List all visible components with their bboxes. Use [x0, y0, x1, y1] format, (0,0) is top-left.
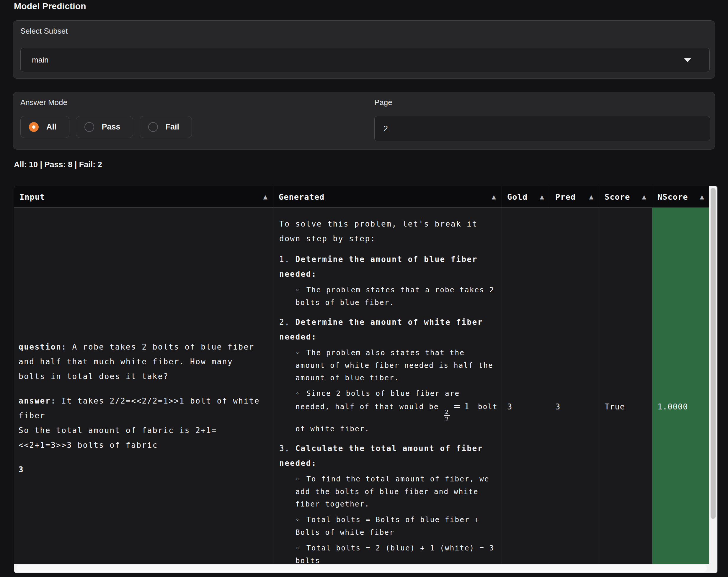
prediction-table: Input ▲ Generated ▲ Gold ▲ Pred ▲ Score … — [14, 186, 718, 573]
bullet-item: ◦Total bolts = 2 (blue) + 1 (white) = 3 … — [295, 542, 498, 564]
radio-option-fail-label: Fail — [165, 122, 180, 132]
header-score[interactable]: Score ▲ — [599, 186, 652, 208]
question-text: question: A robe takes 2 bolts of blue f… — [19, 339, 264, 384]
generated-step-2: 2. Determine the amount of white fiber n… — [279, 315, 498, 435]
sort-asc-icon: ▲ — [642, 193, 647, 200]
sort-asc-icon: ▲ — [540, 193, 544, 200]
header-pred[interactable]: Pred ▲ — [550, 186, 599, 208]
header-input[interactable]: Input ▲ — [14, 186, 274, 208]
page-number-input[interactable]: 2 — [374, 116, 710, 141]
pred-cell: 3 — [550, 208, 599, 564]
bullet-item: ◦Total bolts = Bolts of blue fiber + Bol… — [295, 514, 498, 539]
sort-asc-icon: ▲ — [700, 193, 704, 200]
bullet-item: ◦To find the total amount of fiber, we a… — [295, 473, 498, 510]
math-fraction: 22 — [444, 409, 450, 423]
subset-dropdown[interactable]: main — [20, 48, 710, 72]
circle-bullet-icon: ◦ — [295, 347, 302, 359]
radio-option-fail[interactable]: Fail — [140, 116, 192, 138]
bullet-item: ◦The problem states that a robe takes 2 … — [295, 284, 498, 309]
circle-bullet-icon: ◦ — [295, 284, 302, 297]
circle-bullet-icon: ◦ — [295, 514, 302, 526]
answer-mode-label: Answer Mode — [20, 98, 67, 107]
controls-panel: Answer Mode All Pass Fail Page 2 — [13, 92, 715, 149]
header-gold-label: Gold — [507, 192, 527, 201]
bullet-item: ◦The problem also states that the amount… — [295, 347, 498, 384]
radio-option-all-label: All — [46, 122, 57, 132]
header-generated[interactable]: Generated ▲ — [274, 186, 502, 208]
header-nscore[interactable]: NScore ▲ — [652, 186, 710, 208]
pred-value: 3 — [555, 402, 560, 411]
table-row: question: A robe takes 2 bolts of blue f… — [14, 208, 709, 564]
gold-value: 3 — [507, 402, 512, 411]
radio-option-all[interactable]: All — [20, 116, 69, 138]
vertical-scrollbar[interactable] — [709, 186, 718, 573]
horizontal-scrollbar[interactable] — [14, 564, 718, 573]
header-score-label: Score — [605, 192, 630, 201]
header-generated-label: Generated — [279, 192, 324, 201]
stats-text: All: 10 | Pass: 8 | Fail: 2 — [14, 160, 102, 169]
radio-unselected-icon — [84, 122, 94, 132]
header-input-label: Input — [20, 192, 45, 201]
radio-option-pass[interactable]: Pass — [76, 116, 133, 138]
sort-asc-icon: ▲ — [263, 193, 268, 200]
generated-cell: To solve this problem, let's break it do… — [274, 208, 502, 564]
score-cell: True — [599, 208, 652, 564]
score-value: True — [605, 402, 625, 411]
page-number-value: 2 — [384, 124, 388, 133]
input-cell: question: A robe takes 2 bolts of blue f… — [14, 208, 274, 564]
sort-asc-icon: ▲ — [492, 193, 496, 200]
math-equals: = 1 — [453, 401, 470, 411]
generated-intro: To solve this problem, let's break it do… — [279, 217, 498, 246]
circle-bullet-icon: ◦ — [295, 388, 302, 400]
page-title: Model Prediction — [14, 1, 86, 11]
answer-text: answer: It takes 2/2=<<2/2=1>>1 bolt of … — [19, 393, 264, 452]
gold-cell: 3 — [502, 208, 550, 564]
subset-dropdown-value: main — [32, 55, 48, 64]
chevron-down-icon — [684, 58, 691, 62]
header-gold[interactable]: Gold ▲ — [502, 186, 550, 208]
subset-label: Select Subset — [20, 27, 68, 36]
sort-asc-icon: ▲ — [589, 193, 594, 200]
header-pred-label: Pred — [555, 192, 576, 201]
answer-mode-group: All Pass Fail — [20, 116, 192, 138]
radio-unselected-icon — [148, 122, 158, 132]
generated-step-3: 3. Calculate the total amount of fiber n… — [279, 441, 498, 564]
bullet-item-math: ◦Since 2 bolts of blue fiber are needed,… — [295, 387, 498, 435]
table-header-row: Input ▲ Generated ▲ Gold ▲ Pred ▲ Score … — [14, 186, 709, 208]
radio-selected-icon — [29, 122, 39, 132]
horizontal-scrollbar-thumb[interactable] — [17, 565, 707, 572]
radio-option-pass-label: Pass — [102, 122, 121, 132]
nscore-value: 1.0000 — [657, 402, 688, 411]
final-answer: 3 — [19, 462, 264, 477]
header-nscore-label: NScore — [657, 192, 688, 201]
subset-panel: Select Subset main — [13, 20, 715, 79]
vertical-scrollbar-thumb[interactable] — [710, 188, 716, 519]
circle-bullet-icon: ◦ — [295, 542, 302, 555]
circle-bullet-icon: ◦ — [295, 473, 302, 486]
page-number-label: Page — [374, 98, 392, 107]
nscore-cell: 1.0000 — [652, 208, 710, 564]
generated-step-1: 1. Determine the amount of blue fiber ne… — [279, 252, 498, 309]
